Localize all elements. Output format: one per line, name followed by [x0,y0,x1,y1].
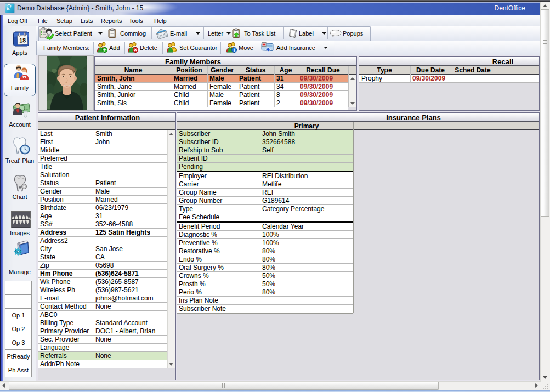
svg-text:18: 18 [19,37,26,44]
